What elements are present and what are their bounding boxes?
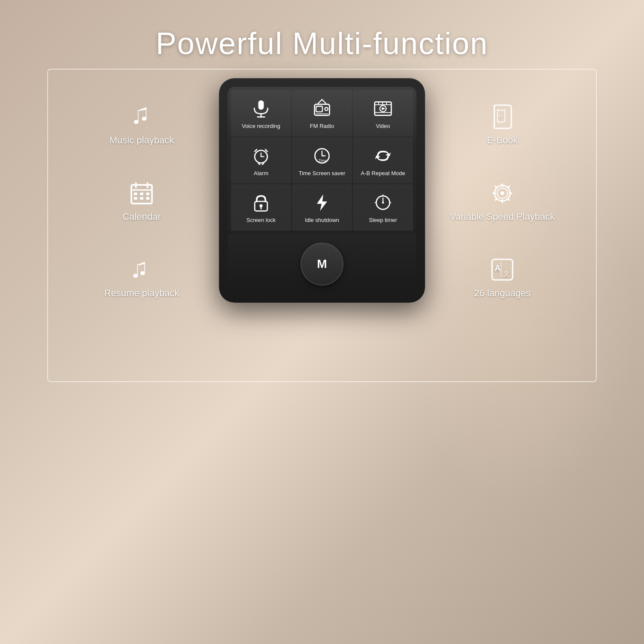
svg-line-59 [508,186,509,188]
screen-label-video: Video [376,123,390,130]
feature-music-playback: Music playback [109,104,174,146]
feature-languages: A 文 26 languages [474,257,531,299]
screen-label-fm-radio: FM Radio [310,123,334,130]
svg-rect-5 [140,193,143,195]
svg-line-30 [255,149,257,152]
feature-resume-label: Resume playback [104,288,179,299]
svg-line-57 [495,186,497,188]
svg-text:Time: Time [319,158,326,162]
device-container: Voice recording [202,78,442,303]
main-content: Music playback [0,78,644,303]
svg-text:e: e [499,112,502,119]
device-bottom: M [228,234,416,294]
svg-rect-16 [316,106,322,112]
screen-cell-voice-recording[interactable]: Voice recording [231,90,291,137]
device-screen: Voice recording [228,87,416,234]
time-icon: Time [312,146,332,166]
screen-label-ab-repeat: A-B Repeat Mode [361,170,405,177]
repeat-icon [373,146,393,166]
feature-variable-speed: Variable Speed Playback [450,180,555,222]
sleep-icon [373,193,393,213]
feature-calendar: Calendar [122,180,161,222]
screen-label-time-screen-saver: Time Screen saver [299,170,346,177]
screen-label-screen-lock: Screen lock [246,217,276,224]
svg-rect-9 [146,197,150,200]
svg-marker-26 [382,107,385,110]
svg-text:A: A [495,263,501,273]
speed-icon [489,180,515,206]
languages-icon: A 文 [489,257,515,283]
svg-marker-41 [317,194,327,211]
svg-line-33 [262,163,264,164]
svg-rect-6 [146,193,150,195]
alarm-icon [251,146,271,166]
screen-label-voice-recording: Voice recording [242,123,280,130]
screen-cell-screen-lock[interactable]: Screen lock [231,184,291,231]
feature-languages-label: 26 languages [474,288,531,299]
screen-cell-alarm[interactable]: Alarm [231,137,291,184]
lightning-icon [312,193,332,213]
svg-rect-7 [134,197,137,200]
screen-label-idle-shutdown: Idle shutdown [305,217,339,224]
svg-line-60 [495,199,497,200]
music-icon [129,104,155,130]
feature-music-label: Music playback [109,135,174,146]
microphone-icon [251,99,271,118]
feature-variable-speed-label: Variable Speed Playback [450,211,555,222]
lock-icon [251,193,271,213]
feature-resume-playback: Resume playback [104,257,179,299]
screen-grid: Voice recording [231,90,413,231]
resume-icon [129,257,155,283]
screen-label-sleep-timer: Sleep timer [369,217,397,224]
feature-calendar-label: Calendar [122,211,161,222]
calendar-icon [129,180,155,206]
feature-ebook: e E-Book [487,104,518,146]
svg-line-14 [322,100,326,103]
ebook-icon: e [489,104,515,130]
screen-cell-ab-repeat[interactable]: A-B Repeat Mode [353,137,413,184]
video-icon [373,99,393,118]
svg-line-32 [258,163,260,164]
svg-rect-4 [134,193,137,195]
nav-button[interactable]: M [301,243,343,286]
screen-cell-idle-shutdown[interactable]: Idle shutdown [292,184,352,231]
svg-point-17 [325,107,328,110]
svg-line-13 [318,100,322,103]
screen-cell-time-screen-saver[interactable]: Time Time Screen saver [292,137,352,184]
page-title: Powerful Multi-function [156,26,488,61]
svg-line-31 [265,149,267,152]
device-frame: Voice recording [219,78,425,303]
svg-point-44 [382,202,384,204]
page-container: Powerful Multi-function Music playback [0,0,644,644]
screen-cell-sleep-timer[interactable]: Sleep timer [353,184,413,231]
svg-rect-8 [140,197,143,200]
feature-ebook-label: E-Book [487,135,518,146]
svg-rect-10 [258,100,264,110]
screen-cell-fm-radio[interactable]: FM Radio [292,90,352,137]
features-left: Music playback [82,78,202,299]
screen-label-alarm: Alarm [254,170,268,177]
features-right: e E-Book [442,78,562,299]
screen-cell-video[interactable]: Video [353,90,413,137]
svg-point-52 [500,191,504,195]
svg-line-58 [508,199,509,200]
radio-icon [312,99,332,118]
screen-content: Voice recording [228,87,416,234]
svg-text:文: 文 [503,270,510,277]
